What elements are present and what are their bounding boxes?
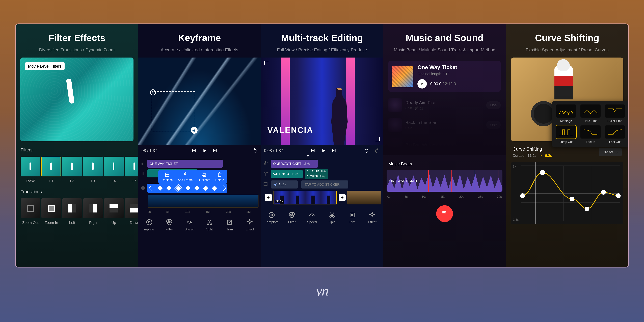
- music-clip[interactable]: ONE WAY TICKET: [147, 160, 223, 168]
- transition-right[interactable]: Righ: [83, 198, 103, 225]
- rotate-handle-icon[interactable]: [191, 127, 198, 134]
- preset-bullet-time[interactable]: Bullet Time: [604, 104, 626, 123]
- delete-button[interactable]: Delete: [215, 172, 224, 182]
- tool-filter[interactable]: Filter: [160, 219, 179, 231]
- close-handle-icon[interactable]: [150, 90, 156, 96]
- keyframe-diamond-icon[interactable]: [158, 186, 163, 191]
- tag-author[interactable]: AUTHOR5.8s: [305, 174, 328, 179]
- preset-montage[interactable]: Montage: [555, 104, 577, 123]
- undo-icon[interactable]: [252, 148, 258, 154]
- play-icon[interactable]: [202, 148, 207, 154]
- video-strip[interactable]: [148, 195, 258, 208]
- preset-fast-in[interactable]: Fast In: [580, 126, 601, 144]
- add-frame-button[interactable]: Add Frame: [178, 172, 193, 182]
- speed-curve[interactable]: [521, 166, 620, 221]
- preset-jump-cut[interactable]: Jump Cut: [555, 126, 577, 144]
- beat-marker[interactable]: [452, 170, 452, 192]
- curve-presets-panel: Montage Hero Time Bullet Time Jump Cut F…: [552, 101, 628, 147]
- tool-effect[interactable]: Effect: [240, 219, 259, 231]
- curve-point[interactable]: [585, 206, 589, 211]
- flag-beat-button[interactable]: [436, 205, 453, 222]
- beat-marker[interactable]: [428, 170, 429, 192]
- tool-split[interactable]: Split: [323, 212, 342, 224]
- player-bar: 08 / 1:37: [138, 145, 261, 156]
- filter-thumb-raw[interactable]: RAW: [21, 157, 40, 183]
- panel-music: Music and Sound Music Beats / Multiple S…: [383, 24, 506, 267]
- transition-zoom-in[interactable]: Zoom In: [42, 198, 61, 225]
- filter-thumb-l1[interactable]: L1: [42, 157, 61, 183]
- keyframe-diamond-icon[interactable]: [185, 186, 190, 191]
- music-track-row: ONE WAY TICKET 15.6s: [261, 159, 384, 168]
- music-list-item[interactable]: Ready Aim Fire 0.50🏴 13 Use: [388, 95, 501, 115]
- add-sticker-button[interactable]: TAP TO ADD STICKER: [301, 180, 348, 188]
- keyframe-diamond-icon[interactable]: [203, 186, 208, 191]
- preset-dropdown-button[interactable]: Preset ⌄: [599, 148, 622, 156]
- play-button[interactable]: [418, 79, 427, 88]
- curve-point[interactable]: [570, 197, 574, 202]
- curve-point[interactable]: [520, 193, 525, 198]
- tool-effect[interactable]: Effect: [363, 212, 382, 224]
- replace-button[interactable]: Replace: [162, 172, 173, 182]
- filter-thumb-l4[interactable]: L4: [104, 157, 124, 183]
- transition-up[interactable]: Up: [104, 198, 124, 225]
- tool-trim[interactable]: Trim: [220, 219, 239, 231]
- curve-point[interactable]: [601, 190, 606, 195]
- tool-template[interactable]: mplate: [140, 219, 159, 231]
- add-before-button[interactable]: +: [265, 194, 272, 201]
- next-icon[interactable]: [212, 148, 218, 154]
- tool-speed[interactable]: Speed: [302, 212, 321, 224]
- selection-box[interactable]: [152, 91, 195, 131]
- transition-left[interactable]: Left: [62, 198, 82, 225]
- preset-fast-out[interactable]: Fast Out: [604, 126, 626, 144]
- play-icon[interactable]: [320, 148, 326, 154]
- bottom-toolbar: Template Filter Speed Split Trim Effect: [261, 208, 384, 228]
- preset-hero-time[interactable]: Hero Time: [580, 104, 601, 123]
- video-strip-selected[interactable]: 35.8s: [274, 191, 337, 204]
- curve-point[interactable]: [616, 193, 621, 198]
- tag-culture[interactable]: CULTURE5.8s: [305, 170, 328, 174]
- transition-down[interactable]: Down: [124, 198, 138, 225]
- music-clip[interactable]: ONE WAY TICKET 15.6s: [271, 160, 318, 168]
- tool-speed[interactable]: Speed: [180, 219, 199, 231]
- beat-marker[interactable]: [474, 170, 475, 192]
- music-add-icon[interactable]: [263, 161, 269, 166]
- tool-template[interactable]: Template: [262, 212, 281, 224]
- text-add-icon[interactable]: [263, 171, 269, 177]
- sticker-add-icon[interactable]: [263, 182, 269, 187]
- panel-header: Music and Sound Music Beats / Multiple S…: [383, 24, 506, 58]
- prev-icon[interactable]: [310, 148, 316, 154]
- beats-track[interactable]: ONE WAY TICKET: [386, 170, 502, 192]
- keyframe-diamonds-track[interactable]: [147, 184, 228, 193]
- sticker-clip[interactable]: 11.8s: [271, 180, 298, 188]
- curve-graph[interactable]: 8x 1/8x: [511, 162, 623, 224]
- music-list-item[interactable]: Big Bad Wolves: [388, 135, 501, 155]
- filter-thumb-l2[interactable]: L2: [62, 157, 82, 183]
- curve-duration: Duration 11.2s → 6.2s: [512, 154, 552, 158]
- keyframe-diamond-icon[interactable]: [166, 186, 172, 191]
- keyframe-diamond-icon[interactable]: [194, 186, 200, 191]
- tool-filter[interactable]: Filter: [282, 212, 301, 224]
- transition-zoom-out[interactable]: Zoom Out: [21, 198, 40, 225]
- filter-thumb-l3[interactable]: L3: [83, 157, 103, 183]
- next-icon[interactable]: [331, 148, 337, 154]
- duplicate-button[interactable]: Duplicate: [198, 172, 210, 182]
- music-list-item[interactable]: Back to the Start 0.52 Use: [388, 115, 501, 135]
- keyframe-diamond-current-icon[interactable]: [175, 185, 182, 192]
- panel-title: Filter Effects: [19, 32, 135, 43]
- panel-subtitle: Diversified Transitions / Dynamic Zoom: [19, 47, 135, 52]
- filter-thumb-l5[interactable]: L5: [124, 157, 138, 183]
- use-button[interactable]: Use: [486, 101, 501, 109]
- video-strip-next[interactable]: [347, 191, 381, 204]
- add-after-button[interactable]: +: [338, 194, 346, 201]
- undo-icon[interactable]: [364, 148, 369, 154]
- keyframe-diamond-icon[interactable]: [212, 186, 217, 191]
- curve-point[interactable]: [540, 170, 545, 175]
- text-clip[interactable]: VALENCIA 11.8s: [271, 170, 303, 178]
- tool-split[interactable]: Split: [200, 219, 219, 231]
- redo-icon[interactable]: [374, 148, 380, 154]
- beat-marker[interactable]: [498, 170, 498, 192]
- svg-rect-1: [202, 173, 205, 176]
- tool-trim[interactable]: Trim: [343, 212, 362, 224]
- prev-icon[interactable]: [191, 148, 196, 154]
- use-button[interactable]: Use: [486, 121, 501, 129]
